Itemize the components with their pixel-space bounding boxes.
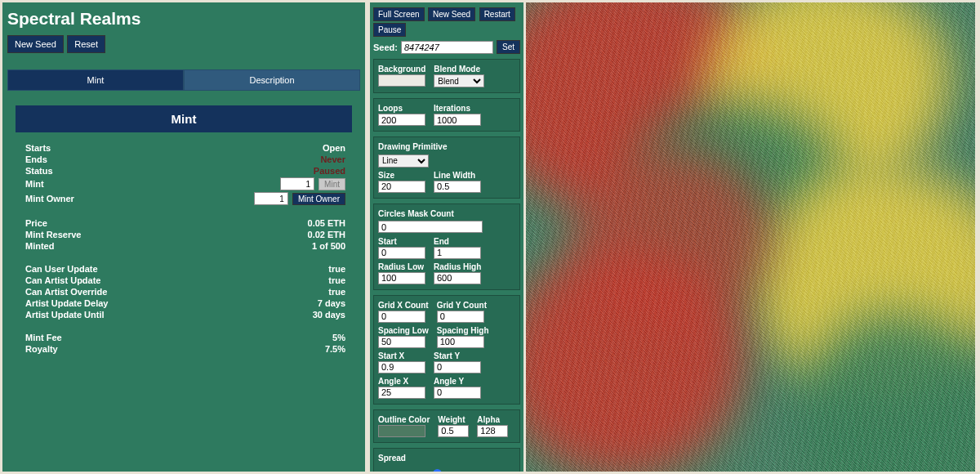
radius-low-label: Radius Low — [378, 262, 425, 271]
starty-label: Start Y — [434, 351, 481, 360]
restart-button[interactable]: Restart — [479, 7, 515, 21]
group-drawing: Drawing Primitive Line Size Line Width — [373, 136, 520, 199]
seed-row: Seed: Set — [373, 40, 520, 54]
label-ends: Ends — [25, 154, 47, 164]
new-seed-button-2[interactable]: New Seed — [428, 7, 475, 21]
gridx-input[interactable] — [378, 311, 425, 323]
label-starts: Starts — [25, 143, 51, 153]
group-outline: Outline Color Weight Alpha — [373, 409, 520, 443]
value-mint-fee: 5% — [332, 333, 345, 342]
group-loops: Loops Iterations — [373, 98, 520, 132]
new-seed-button[interactable]: New Seed — [7, 35, 64, 53]
value-user-update: true — [328, 264, 345, 274]
circle-end-label: End — [434, 237, 481, 246]
value-status: Paused — [314, 166, 345, 176]
mint-button: Mint — [318, 178, 345, 190]
label-status: Status — [25, 166, 53, 176]
radius-high-input[interactable] — [434, 272, 481, 284]
perms-block: Can User Updatetrue Can Artist Updatetru… — [25, 263, 345, 320]
gridx-label: Grid X Count — [378, 301, 429, 310]
reset-button[interactable]: Reset — [67, 35, 105, 53]
price-block: Price0.05 ETH Mint Reserve0.02 ETH Minte… — [25, 217, 345, 252]
outline-alpha-input[interactable] — [477, 425, 508, 437]
background-color-picker[interactable] — [378, 74, 425, 87]
label-reserve: Mint Reserve — [25, 230, 81, 239]
mask-count-input[interactable] — [378, 221, 483, 233]
label-minted: Minted — [25, 241, 54, 251]
outline-weight-input[interactable] — [438, 425, 469, 437]
angley-input[interactable] — [434, 387, 481, 399]
label-update-delay: Artist Update Delay — [25, 298, 108, 308]
value-update-until: 30 days — [313, 310, 345, 320]
pause-button[interactable]: Pause — [373, 23, 406, 37]
playback-buttons: Full Screen New Seed Restart Pause — [373, 6, 520, 37]
circle-start-input[interactable] — [378, 247, 425, 259]
linewidth-input[interactable] — [434, 181, 481, 193]
label-update-until: Artist Update Until — [25, 310, 105, 320]
circle-end-input[interactable] — [434, 247, 481, 259]
value-artist-override: true — [328, 287, 345, 297]
tab-description[interactable]: Description — [184, 69, 360, 91]
canvas-preview — [526, 2, 975, 472]
fullscreen-button[interactable]: Full Screen — [373, 7, 425, 21]
background-label: Background — [378, 65, 425, 74]
primitive-select[interactable]: Line — [378, 154, 429, 168]
tabs: Mint Description — [7, 69, 360, 91]
spread-slider[interactable] — [378, 472, 452, 472]
size-input[interactable] — [378, 181, 425, 193]
spacing-high-input[interactable] — [437, 336, 484, 348]
blend-mode-select[interactable]: Blend — [434, 74, 484, 87]
startx-input[interactable] — [378, 361, 425, 373]
size-label: Size — [378, 171, 425, 180]
group-circles: Circles Mask Count Start End Radius Low … — [373, 203, 520, 290]
tab-mint[interactable]: Mint — [7, 69, 184, 91]
group-sliders: Spread Zoom — [373, 448, 520, 472]
project-panel: Spectral Realms New Seed Reset Mint Desc… — [2, 2, 365, 472]
blend-mode-label: Blend Mode — [434, 65, 484, 74]
outline-color-picker[interactable] — [378, 425, 425, 437]
circle-start-label: Start — [378, 237, 425, 246]
label-mint-fee: Mint Fee — [25, 333, 62, 342]
angley-label: Angle Y — [434, 377, 481, 386]
starty-input[interactable] — [434, 361, 481, 373]
mint-owner-button[interactable]: Mint Owner — [292, 193, 345, 205]
gridy-input[interactable] — [437, 311, 484, 323]
value-starts: Open — [323, 143, 345, 153]
project-title: Spectral Realms — [7, 9, 360, 29]
primitive-label: Drawing Primitive — [378, 142, 515, 151]
label-royalty: Royalty — [25, 344, 58, 354]
linewidth-label: Line Width — [434, 171, 481, 180]
label-user-update: Can User Update — [25, 264, 98, 274]
seed-label: Seed: — [373, 42, 398, 52]
value-update-delay: 7 days — [318, 298, 345, 308]
value-royalty: 7.5% — [325, 344, 345, 354]
label-price: Price — [25, 218, 47, 228]
iterations-input[interactable] — [434, 114, 481, 126]
value-price: 0.05 ETH — [308, 218, 345, 228]
anglex-input[interactable] — [378, 387, 425, 399]
mint-qty-input[interactable] — [280, 177, 314, 190]
startx-label: Start X — [378, 351, 425, 360]
group-background: Background Blend Mode Blend — [373, 59, 520, 93]
outline-color-label: Outline Color — [378, 415, 430, 424]
seed-input[interactable] — [401, 41, 493, 54]
value-reserve: 0.02 ETH — [308, 230, 345, 239]
spread-label: Spread — [378, 454, 515, 463]
value-minted: 1 of 500 — [312, 241, 345, 251]
spacing-low-label: Spacing Low — [378, 326, 429, 335]
gridy-label: Grid Y Count — [437, 301, 487, 310]
anglex-label: Angle X — [378, 377, 425, 386]
spacing-low-input[interactable] — [378, 336, 425, 348]
status-block: StartsOpen EndsNever StatusPaused Mint M… — [25, 142, 345, 206]
loops-input[interactable] — [378, 114, 425, 126]
mint-owner-qty-input[interactable] — [254, 192, 288, 205]
seed-set-button[interactable]: Set — [497, 40, 520, 54]
radius-low-input[interactable] — [378, 272, 425, 284]
mask-count-label: Circles Mask Count — [378, 209, 515, 218]
label-mint: Mint — [25, 179, 44, 189]
value-artist-update: true — [328, 275, 345, 285]
spacing-high-label: Spacing High — [437, 326, 489, 335]
value-ends: Never — [320, 154, 345, 164]
label-mint-owner: Mint Owner — [25, 194, 74, 203]
project-actions: New Seed Reset — [7, 35, 360, 53]
